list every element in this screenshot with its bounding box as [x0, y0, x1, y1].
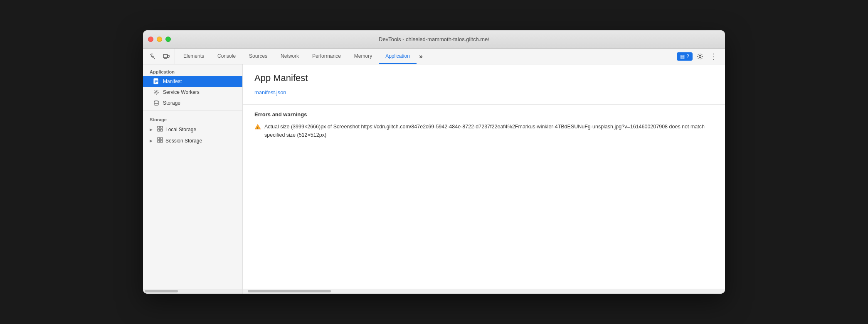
- service-workers-gear-icon: [153, 89, 160, 96]
- bottom-main: [243, 289, 725, 294]
- devtools-window: DevTools - chiseled-mammoth-talos.glitch…: [143, 30, 725, 294]
- svg-rect-13: [160, 129, 163, 131]
- bottom-sidebar: [143, 289, 243, 294]
- manifest-file-icon: [153, 78, 160, 85]
- toolbar-right: ▦ 2 ⋮: [673, 49, 723, 64]
- svg-rect-0: [163, 54, 168, 58]
- session-storage-grid-icon: [157, 137, 163, 144]
- devtools-body: Application Manifest: [143, 64, 725, 289]
- message-icon: ▦: [680, 54, 685, 59]
- inspect-icon[interactable]: [148, 52, 158, 61]
- svg-rect-16: [158, 140, 160, 142]
- sidebar-item-service-workers[interactable]: Service Workers: [143, 87, 242, 98]
- svg-rect-17: [160, 140, 163, 142]
- tab-application[interactable]: Application: [379, 49, 417, 64]
- svg-point-9: [154, 101, 158, 102]
- titlebar: DevTools - chiseled-mammoth-talos.glitch…: [143, 30, 725, 49]
- sidebar-item-session-storage[interactable]: ▶ Session Storage: [143, 135, 242, 146]
- sidebar-manifest-label: Manifest: [163, 79, 182, 84]
- tab-sources[interactable]: Sources: [242, 49, 274, 64]
- main-content: App Manifest manifest.json Errors and wa…: [243, 64, 725, 289]
- maximize-button[interactable]: [165, 37, 171, 42]
- close-button[interactable]: [148, 37, 153, 42]
- tab-elements[interactable]: Elements: [177, 49, 211, 64]
- tab-memory[interactable]: Memory: [348, 49, 379, 64]
- sidebar-item-manifest[interactable]: Manifest: [143, 76, 242, 87]
- session-storage-expand-icon: ▶: [150, 139, 155, 143]
- error-item: ! Actual size (3999×2666)px of Screensho…: [254, 123, 713, 139]
- storage-section-label: Storage: [143, 112, 242, 124]
- minimize-button[interactable]: [157, 37, 162, 42]
- tabs: Elements Console Sources Network Perform…: [177, 49, 673, 64]
- svg-point-8: [155, 91, 157, 93]
- svg-rect-10: [158, 126, 160, 128]
- svg-rect-11: [160, 126, 163, 128]
- warning-triangle-icon: !: [254, 123, 261, 130]
- toolbar: Elements Console Sources Network Perform…: [143, 49, 725, 64]
- sidebar-item-storage[interactable]: Storage: [143, 98, 242, 108]
- main-scrollbar-thumb[interactable]: [248, 290, 331, 292]
- storage-database-icon: [153, 100, 160, 106]
- manifest-link[interactable]: manifest.json: [254, 89, 286, 96]
- traffic-lights: [148, 37, 171, 42]
- error-text: Actual size (3999×2666)px of Screenshot …: [264, 123, 713, 139]
- svg-rect-12: [158, 129, 160, 131]
- svg-text:!: !: [257, 126, 259, 130]
- sidebar-service-workers-label: Service Workers: [163, 89, 200, 95]
- more-tabs-button[interactable]: »: [417, 49, 425, 64]
- messages-count: 2: [686, 54, 689, 59]
- local-storage-expand-icon: ▶: [150, 128, 155, 132]
- svg-rect-1: [168, 55, 169, 57]
- session-storage-label: Session Storage: [165, 138, 202, 144]
- sidebar-scrollbar-thumb[interactable]: [145, 290, 178, 292]
- tab-performance[interactable]: Performance: [306, 49, 348, 64]
- local-storage-label: Local Storage: [165, 127, 196, 133]
- bottom-bar: [143, 289, 725, 294]
- more-options-icon[interactable]: ⋮: [708, 51, 720, 62]
- window-title: DevTools - chiseled-mammoth-talos.glitch…: [379, 36, 489, 42]
- messages-button[interactable]: ▦ 2: [677, 52, 693, 61]
- errors-title: Errors and warnings: [254, 111, 713, 118]
- main-title: App Manifest: [254, 73, 713, 83]
- tab-console[interactable]: Console: [211, 49, 242, 64]
- sidebar-item-local-storage[interactable]: ▶ Local Storage: [143, 124, 242, 135]
- sidebar: Application Manifest: [143, 64, 243, 289]
- sidebar-storage-label: Storage: [163, 100, 180, 106]
- local-storage-grid-icon: [157, 126, 163, 133]
- errors-section: Errors and warnings ! Actual size (3999×…: [243, 105, 725, 146]
- manifest-section: App Manifest manifest.json: [243, 64, 725, 105]
- settings-icon[interactable]: [694, 52, 706, 61]
- device-icon[interactable]: [161, 52, 171, 61]
- toolbar-icons: [145, 49, 175, 64]
- application-section-label: Application: [143, 64, 242, 76]
- svg-rect-15: [160, 137, 163, 140]
- svg-point-3: [699, 55, 701, 57]
- svg-rect-14: [158, 137, 160, 140]
- sidebar-divider: [143, 110, 242, 110]
- tab-network[interactable]: Network: [274, 49, 306, 64]
